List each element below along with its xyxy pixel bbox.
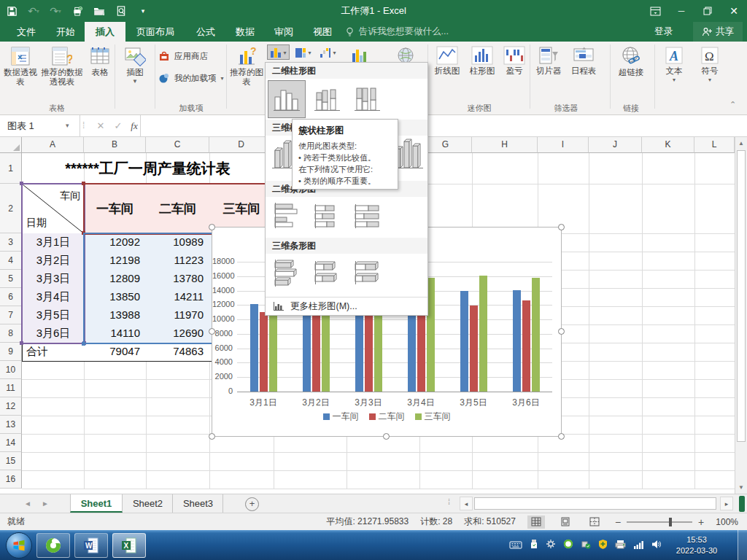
cell-value[interactable]: 12809 — [84, 270, 147, 289]
menu-item-100-stacked-column[interactable] — [348, 80, 386, 118]
insert-column-chart-button[interactable]: ▾ — [267, 44, 290, 60]
taskbar-browser-button[interactable] — [36, 533, 70, 558]
row-header-14[interactable]: 14 — [0, 434, 22, 452]
row-header-3[interactable]: 3 — [0, 233, 22, 252]
row-header-15[interactable]: 15 — [0, 452, 22, 470]
insert-waterfall-chart-button[interactable]: ▾ — [317, 44, 339, 60]
table-title-cell[interactable]: ******工厂一周产量统计表 — [22, 155, 274, 182]
chart-bar-二车间[interactable] — [522, 300, 530, 392]
row-header-13[interactable]: 13 — [0, 416, 22, 434]
hyperlink-button[interactable]: 超链接 — [613, 44, 649, 104]
store-button[interactable]: 应用商店 — [158, 47, 208, 65]
column-header-B[interactable]: B — [84, 137, 146, 153]
sheet-tab-sheet1[interactable]: Sheet1 — [70, 494, 123, 513]
zoom-slider[interactable] — [627, 521, 692, 523]
cell-total[interactable]: 74863 — [146, 343, 210, 362]
chart-bar-三车间[interactable] — [374, 307, 382, 392]
cell-date[interactable]: 3月1日 — [22, 233, 85, 252]
row-header-6[interactable]: 6 — [0, 288, 22, 306]
chart-bar-一车间[interactable] — [303, 303, 311, 392]
row-header-9[interactable]: 9 — [0, 343, 22, 361]
zoom-level[interactable]: 100% — [716, 517, 738, 527]
cell-total-label[interactable]: 合计 — [22, 343, 85, 362]
usb-device-icon[interactable] — [530, 539, 538, 552]
text-button[interactable]: A 文本 ▾ — [659, 44, 689, 104]
chart-bar-二车间[interactable] — [470, 306, 478, 392]
cell-value[interactable]: 13988 — [84, 306, 147, 325]
sheet-tab-sheet3[interactable]: Sheet3 — [174, 494, 223, 513]
legend-item-二车间[interactable]: 二车间 — [369, 411, 405, 423]
taskbar-word-button[interactable]: W — [74, 533, 108, 558]
antivirus-shield-icon[interactable] — [598, 539, 608, 552]
collapse-ribbon-icon[interactable]: ⌃ — [729, 100, 736, 109]
cell-date[interactable]: 3月4日 — [22, 288, 85, 307]
my-addins-button[interactable]: 我的加载项 ▾ — [158, 69, 224, 87]
cell-value[interactable]: 12198 — [84, 252, 147, 271]
cancel-formula-icon[interactable]: ✕ — [92, 115, 109, 136]
cell-value[interactable]: 14110 — [84, 324, 147, 343]
column-header-L[interactable]: L — [694, 137, 735, 153]
chart-bar-一车间[interactable] — [513, 290, 521, 392]
menu-item-stacked-bar[interactable] — [308, 197, 346, 235]
chart-bar-一车间[interactable] — [250, 304, 258, 392]
row-header-11[interactable]: 11 — [0, 379, 22, 397]
restore-button[interactable] — [694, 0, 721, 22]
tray-browser-icon[interactable] — [563, 539, 573, 552]
page-layout-view-button[interactable] — [557, 516, 574, 529]
chart-resize-handle[interactable] — [383, 433, 390, 440]
sparkline-winloss-button[interactable]: 盈亏 — [500, 44, 528, 104]
sheet-nav-left-icon[interactable]: ◄ — [20, 494, 35, 513]
formula-bar-grip[interactable]: ⁞ — [82, 120, 85, 131]
chart-bar-三车间[interactable] — [269, 311, 277, 392]
formula-input[interactable] — [140, 115, 747, 136]
zoom-out-button[interactable]: − — [615, 516, 621, 528]
sparkline-column-button[interactable]: 柱形图 — [465, 44, 499, 104]
cell-value[interactable]: 13850 — [84, 288, 147, 307]
sparkline-line-button[interactable]: 折线图 — [430, 44, 464, 104]
tab-formulas[interactable]: 公式 — [185, 22, 226, 42]
cell-total[interactable]: 79047 — [84, 343, 147, 362]
horizontal-scrollbar-thumb[interactable] — [474, 497, 716, 510]
illustrations-button[interactable]: 插图 ▼ — [117, 44, 152, 104]
vertical-scrollbar-thumb[interactable] — [737, 150, 746, 442]
tab-file[interactable]: 文件 — [6, 22, 47, 42]
start-button[interactable] — [6, 532, 32, 559]
cell-date[interactable]: 3月6日 — [22, 324, 85, 343]
tab-data[interactable]: 数据 — [225, 22, 266, 42]
name-box-caret-icon[interactable]: ▾ — [66, 115, 69, 136]
row-header-7[interactable]: 7 — [0, 306, 22, 324]
network-signal-icon[interactable] — [633, 539, 644, 552]
table-button[interactable]: 表格 — [86, 44, 114, 104]
timeline-button[interactable]: 日程表 — [567, 44, 600, 104]
cell-value[interactable]: 14211 — [146, 288, 210, 307]
chart-bar-三车间[interactable] — [322, 307, 330, 392]
tab-split-grip[interactable]: ⁞ — [448, 497, 451, 506]
chart-resize-handle[interactable] — [558, 328, 565, 335]
row-header-12[interactable]: 12 — [0, 397, 22, 416]
horizontal-scrollbar[interactable] — [473, 497, 720, 510]
tab-view[interactable]: 视图 — [302, 22, 343, 42]
cell-date[interactable]: 3月5日 — [22, 306, 85, 325]
row-header-16[interactable]: 16 — [0, 470, 22, 489]
zoom-slider-handle[interactable] — [669, 518, 672, 526]
settings-gear-icon[interactable] — [546, 539, 556, 552]
menu-item-3d-100-stacked-bar[interactable] — [348, 254, 386, 292]
cell-value[interactable]: 11970 — [146, 306, 210, 325]
row-header-8[interactable]: 8 — [0, 324, 22, 343]
normal-view-button[interactable] — [527, 516, 545, 529]
column-header-A[interactable]: A — [22, 137, 84, 153]
column-header-J[interactable]: J — [589, 137, 642, 153]
menu-item-3d-clustered-bar[interactable] — [268, 254, 306, 292]
minimize-button[interactable]: ─ — [668, 0, 694, 22]
column-header-H[interactable]: H — [472, 137, 538, 153]
tab-review[interactable]: 审阅 — [263, 22, 304, 42]
tab-insert[interactable]: 插入 — [85, 22, 125, 42]
table-corner-cell[interactable]: 车间 日期 — [22, 184, 85, 234]
menu-item-clustered-column[interactable] — [268, 80, 306, 118]
share-button[interactable]: 共享 — [693, 22, 743, 42]
vertical-scrollbar[interactable]: ▲ ▼ — [735, 137, 747, 494]
keyboard-icon[interactable] — [509, 539, 522, 552]
sign-in-button[interactable]: 登录 — [654, 22, 673, 42]
slicer-button[interactable]: 切片器 — [532, 44, 565, 104]
usb-safely-remove-icon[interactable] — [581, 539, 591, 552]
